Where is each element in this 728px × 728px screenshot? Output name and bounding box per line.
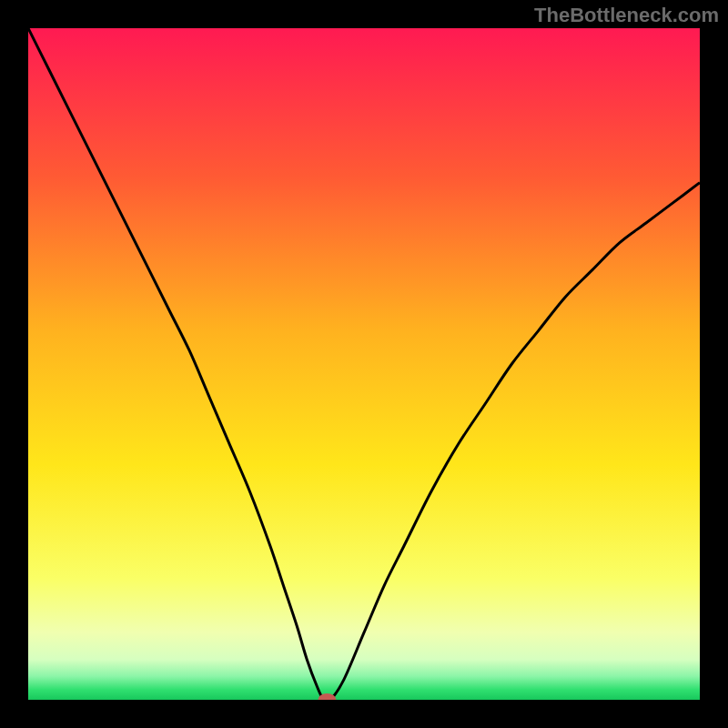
chart-frame: TheBottleneck.com (0, 0, 728, 728)
chart-svg (28, 28, 700, 700)
watermark-text: TheBottleneck.com (534, 4, 719, 27)
plot-area (28, 28, 700, 700)
gradient-background (28, 28, 700, 700)
